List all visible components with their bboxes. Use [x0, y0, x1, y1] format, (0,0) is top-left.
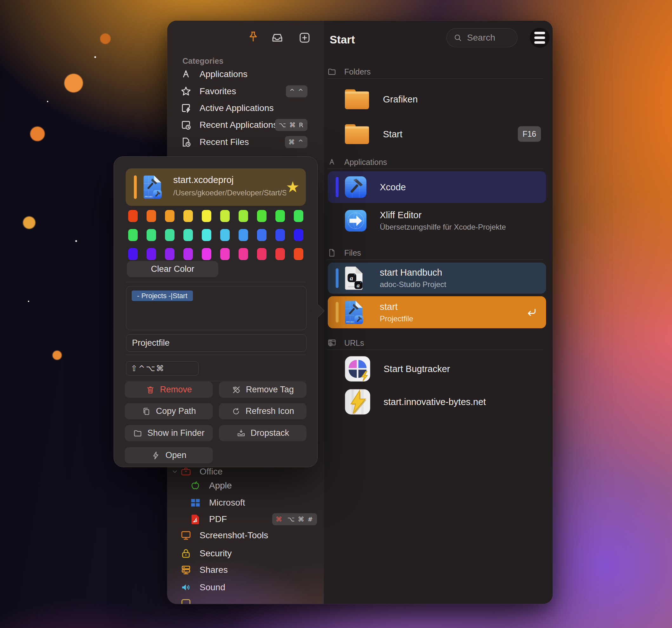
- list-item-xcode[interactable]: Xcode: [328, 171, 546, 203]
- display-name-field[interactable]: [126, 334, 307, 352]
- color-swatch[interactable]: [275, 210, 285, 222]
- sidebar-item-pdf[interactable]: PDF ⌘ # ⌥ ⌘ #: [189, 511, 323, 528]
- list-item-subtitle: Projectfile: [380, 314, 413, 323]
- color-swatch[interactable]: [239, 210, 248, 222]
- section-header-label: Files: [344, 248, 361, 258]
- dropstack-button[interactable]: Dropstack: [219, 425, 307, 441]
- refresh-icon-button[interactable]: Refresh Icon: [219, 403, 307, 419]
- add-icon[interactable]: [298, 31, 311, 44]
- briefcase-icon: [180, 466, 192, 478]
- list-item-innovative-bytes-url[interactable]: start.innovative-bytes.net: [328, 385, 546, 418]
- sidebar-item-security[interactable]: Security: [180, 545, 314, 562]
- color-swatch[interactable]: [294, 248, 303, 260]
- color-swatch[interactable]: [147, 248, 156, 260]
- microsoft-icon: [189, 497, 201, 509]
- file-title: start.xcodeproj: [173, 175, 234, 185]
- sidebar-item-sound[interactable]: Sound: [180, 579, 314, 596]
- search-input[interactable]: [467, 33, 508, 43]
- list-item-start-projectfile[interactable]: PROJECT start Projectfile: [328, 296, 546, 328]
- color-swatch[interactable]: [128, 248, 138, 260]
- folder-outline-icon: [327, 67, 337, 76]
- color-swatch[interactable]: [202, 248, 211, 260]
- sidebar-item-label: Recent Applications: [199, 120, 278, 130]
- tray-icon[interactable]: [271, 31, 284, 44]
- adoc-document-icon: a * ADOCPROJECT a *: [344, 266, 364, 291]
- color-swatch[interactable]: [147, 229, 156, 241]
- button-label: Remove: [160, 385, 192, 394]
- color-swatch[interactable]: [165, 248, 174, 260]
- tags-box[interactable]: - Projects -|Start: [126, 286, 307, 330]
- divider: [327, 260, 543, 260]
- color-swatch[interactable]: [128, 229, 138, 241]
- list-item-subtitle: adoc-Studio Project: [380, 280, 446, 289]
- open-button[interactable]: Open: [125, 447, 213, 463]
- folder-icon: [343, 87, 371, 111]
- color-swatch[interactable]: [294, 210, 303, 222]
- sidebar-item-active-applications[interactable]: Active Applications: [180, 100, 314, 117]
- color-swatch[interactable]: [184, 210, 193, 222]
- file-header-card[interactable]: PROJECT start.xcodeproj /Users/gkoeder/D…: [126, 168, 306, 206]
- sidebar-item-apple[interactable]: Apple: [189, 477, 323, 494]
- list-item-xliff-editor[interactable]: Xliff Editor Übersetzungshilfe für Xcode…: [328, 206, 546, 235]
- sidebar-item-label: Office: [199, 466, 223, 477]
- tag-chip[interactable]: - Projects -|Start: [132, 291, 193, 301]
- color-swatch[interactable]: [294, 229, 303, 241]
- color-swatch[interactable]: [184, 248, 193, 260]
- clear-color-button[interactable]: Clear Color: [127, 261, 218, 277]
- color-swatch[interactable]: [239, 229, 248, 241]
- page-title: Start: [330, 33, 355, 46]
- bolt-icon: [151, 451, 161, 460]
- list-item-start-handbuch[interactable]: a * ADOCPROJECT a * start Handbuch adoc-…: [328, 263, 546, 294]
- menu-button[interactable]: [530, 28, 550, 48]
- button-label: Show in Finder: [147, 428, 204, 438]
- color-swatch[interactable]: [275, 248, 285, 260]
- color-swatch[interactable]: [147, 210, 156, 222]
- favorite-star-icon[interactable]: ★: [286, 177, 299, 196]
- apple-icon: [189, 480, 201, 491]
- color-swatch[interactable]: [184, 229, 193, 241]
- color-swatch[interactable]: [275, 229, 285, 241]
- color-swatch[interactable]: [257, 229, 266, 241]
- color-swatch[interactable]: [257, 210, 266, 222]
- color-swatch[interactable]: [128, 210, 138, 222]
- search-field[interactable]: [447, 28, 518, 47]
- color-swatch[interactable]: [257, 248, 266, 260]
- sidebar-item-microsoft[interactable]: Microsoft: [189, 494, 323, 511]
- copy-path-button[interactable]: Copy Path: [125, 403, 213, 419]
- sidebar-item-clipped[interactable]: [180, 594, 314, 604]
- color-swatch[interactable]: [202, 210, 211, 222]
- remove-tag-button[interactable]: Remove Tag: [219, 382, 307, 398]
- hamburger-icon: [534, 32, 545, 34]
- server-icon: [180, 564, 192, 576]
- search-icon: [453, 33, 463, 43]
- list-item-grafiken[interactable]: Grafiken: [328, 84, 546, 115]
- chevron-down-icon[interactable]: [171, 468, 178, 476]
- color-swatch[interactable]: [220, 229, 230, 241]
- list-item-title: Grafiken: [383, 94, 418, 105]
- color-swatch[interactable]: [220, 248, 230, 260]
- shortcut-field[interactable]: [126, 361, 199, 376]
- list-item-start-folder[interactable]: Start F16: [328, 119, 546, 150]
- xcode-app-icon: [344, 176, 367, 198]
- color-swatch[interactable]: [165, 210, 174, 222]
- pin-icon[interactable]: [246, 30, 260, 44]
- color-swatch[interactable]: [202, 229, 211, 241]
- sidebar-item-recent-applications[interactable]: Recent Applications ⌥ ⌘ R: [180, 116, 314, 134]
- color-swatch[interactable]: [165, 229, 174, 241]
- show-in-finder-button[interactable]: Show in Finder: [125, 425, 213, 441]
- lock-icon: [180, 548, 192, 559]
- sidebar-item-favorites[interactable]: Favorites ^ ^: [180, 83, 314, 100]
- divider: [327, 169, 543, 169]
- button-label: Dropstack: [251, 428, 289, 438]
- color-swatch[interactable]: [239, 248, 248, 260]
- sidebar-item-recent-files[interactable]: Recent Files ⌘ ^: [180, 134, 314, 151]
- sidebar-item-label: Shares: [199, 565, 228, 575]
- remove-button[interactable]: Remove: [125, 382, 213, 398]
- file-path: /Users/gkoeder/Developer/Start/S…: [173, 188, 286, 197]
- list-item-start-bugtracker[interactable]: Start Bugtracker: [328, 353, 546, 385]
- sidebar-item-applications[interactable]: Applications: [180, 66, 314, 83]
- sidebar-item-screenshot-tools[interactable]: Screenshot-Tools: [180, 527, 314, 544]
- color-swatch[interactable]: [220, 210, 230, 222]
- sidebar-item-shares[interactable]: Shares: [180, 561, 314, 579]
- active-applications-icon: [180, 102, 192, 114]
